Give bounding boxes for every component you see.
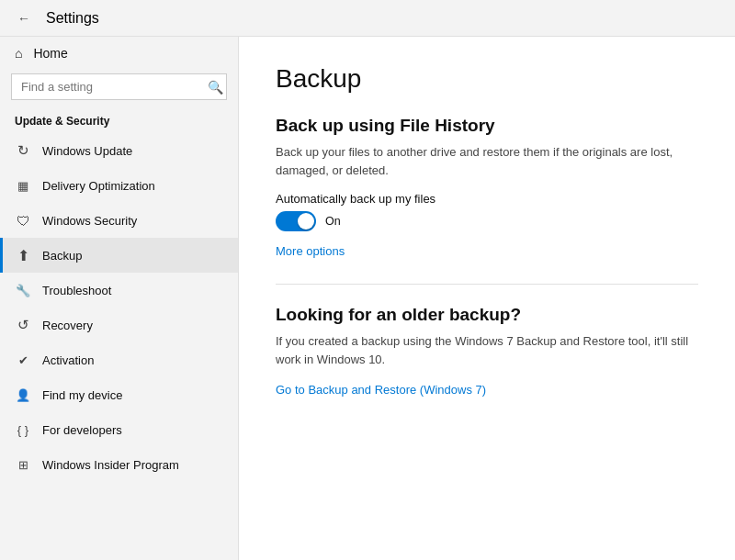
title-bar-title: Settings (46, 10, 99, 27)
page-title: Backup (276, 64, 698, 94)
title-bar: ← Settings (0, 0, 735, 37)
sidebar-item-label: Delivery Optimization (42, 179, 155, 193)
auto-backup-label: Automatically back up my files (276, 192, 698, 206)
sidebar-section-title: Update & Security (0, 107, 238, 133)
sidebar-item-recovery[interactable]: ↺ Recovery (0, 308, 238, 342)
windows-update-icon: ↻ (15, 142, 31, 159)
find-my-device-icon: 👤 (15, 386, 31, 403)
sidebar-search-container: 🔍 (11, 73, 227, 100)
sidebar-item-troubleshoot[interactable]: 🔧 Troubleshoot (0, 273, 238, 308)
toggle-knob (298, 213, 314, 230)
sidebar-item-label: Windows Update (42, 144, 132, 158)
search-input[interactable] (11, 73, 227, 100)
activation-icon: ✔ (15, 352, 31, 368)
sidebar-item-label: Find my device (42, 388, 122, 402)
sidebar-item-label: Windows Security (42, 214, 137, 228)
toggle-row: On (276, 211, 698, 231)
sidebar-item-windows-insider[interactable]: ⊞ Windows Insider Program (0, 447, 238, 482)
sidebar-item-backup[interactable]: ⬆ Backup (0, 238, 238, 273)
for-developers-icon: { } (15, 421, 31, 438)
sidebar-item-delivery-optimization[interactable]: ▦ Delivery Optimization (0, 168, 238, 203)
windows-insider-icon: ⊞ (15, 456, 31, 473)
more-options-link[interactable]: More options (276, 244, 345, 258)
file-history-desc: Back up your files to another drive and … (276, 143, 698, 179)
sidebar-item-label: Activation (42, 353, 94, 367)
file-history-title: Back up using File History (276, 116, 698, 136)
search-icon: 🔍 (208, 80, 223, 95)
sidebar-item-find-my-device[interactable]: 👤 Find my device (0, 377, 238, 412)
toggle-state-label: On (325, 215, 341, 228)
go-to-backup-restore-link[interactable]: Go to Backup and Restore (Windows 7) (276, 383, 486, 397)
delivery-optimization-icon: ▦ (15, 177, 31, 194)
sidebar-item-activation[interactable]: ✔ Activation (0, 342, 238, 377)
content-area: Backup Back up using File History Back u… (239, 37, 735, 560)
backup-icon: ⬆ (15, 247, 31, 263)
sidebar-item-label: Recovery (42, 319, 93, 332)
sidebar-item-label: For developers (42, 423, 122, 437)
sidebar-item-windows-security[interactable]: 🛡 Windows Security (0, 203, 238, 238)
recovery-icon: ↺ (15, 317, 31, 333)
older-backup-desc: If you created a backup using the Window… (276, 332, 698, 368)
older-backup-title: Looking for an older backup? (276, 305, 698, 325)
troubleshoot-icon: 🔧 (15, 282, 31, 298)
back-button[interactable]: ← (11, 6, 37, 31)
home-icon: ⌂ (15, 46, 22, 61)
sidebar-item-windows-update[interactable]: ↻ Windows Update (0, 133, 238, 168)
back-arrow-icon: ← (17, 11, 30, 26)
sidebar-item-label: Backup (42, 249, 82, 263)
sidebar-item-label: Windows Insider Program (42, 458, 179, 472)
sidebar: ⌂ Home 🔍 Update & Security ↻ Windows Upd… (0, 37, 239, 560)
windows-security-icon: 🛡 (15, 212, 31, 229)
auto-backup-toggle[interactable] (276, 211, 316, 231)
search-button[interactable]: 🔍 (208, 80, 223, 95)
sidebar-item-home[interactable]: ⌂ Home (0, 37, 238, 70)
main-container: ⌂ Home 🔍 Update & Security ↻ Windows Upd… (0, 37, 735, 560)
sidebar-item-for-developers[interactable]: { } For developers (0, 412, 238, 447)
sidebar-home-label: Home (33, 46, 67, 61)
section-divider (276, 284, 698, 285)
sidebar-item-label: Troubleshoot (42, 284, 111, 297)
